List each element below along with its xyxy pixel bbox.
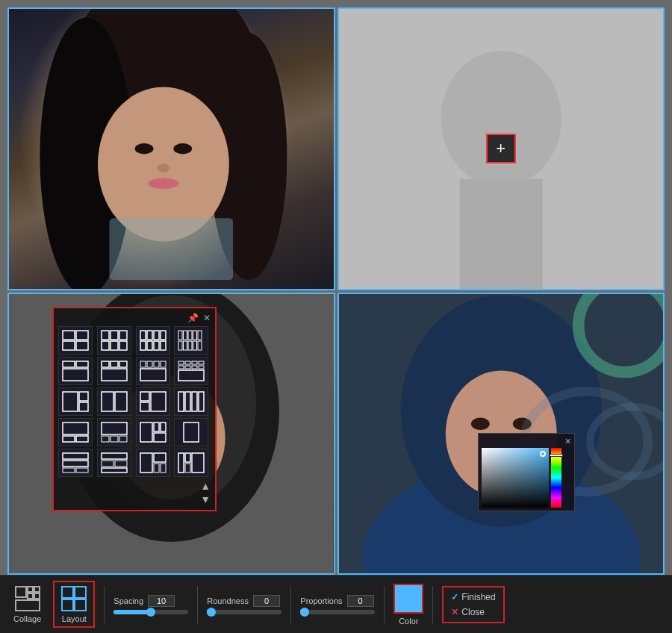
proportions-control: Proportions 0 bbox=[300, 595, 375, 614]
svg-rect-49 bbox=[147, 331, 152, 340]
layout-item-portrait-split[interactable] bbox=[136, 418, 170, 446]
svg-rect-125 bbox=[192, 453, 204, 473]
svg-rect-68 bbox=[63, 369, 88, 381]
layout-item-bot-2rows-a[interactable] bbox=[58, 418, 93, 446]
svg-rect-91 bbox=[115, 392, 127, 411]
layout-item-left-big[interactable] bbox=[58, 387, 93, 416]
gradient-cursor[interactable] bbox=[540, 451, 546, 457]
svg-rect-79 bbox=[185, 361, 190, 364]
svg-rect-126 bbox=[185, 464, 190, 473]
color-gradient-picker[interactable] bbox=[482, 448, 549, 508]
svg-rect-38 bbox=[63, 331, 75, 340]
svg-rect-119 bbox=[140, 453, 152, 473]
svg-rect-127 bbox=[16, 587, 26, 597]
svg-rect-47 bbox=[119, 341, 127, 350]
collage-cell-2[interactable]: + bbox=[337, 7, 665, 290]
svg-rect-40 bbox=[63, 341, 75, 350]
layout-item-tall-single[interactable] bbox=[174, 418, 208, 446]
svg-rect-120 bbox=[154, 453, 166, 462]
svg-point-17 bbox=[441, 51, 561, 187]
pin-icon[interactable]: 📌 bbox=[187, 313, 199, 323]
proportions-slider[interactable] bbox=[300, 610, 375, 614]
svg-rect-114 bbox=[76, 468, 88, 473]
layout-item-4x2[interactable] bbox=[136, 326, 170, 355]
roundness-label: Roundness bbox=[207, 596, 249, 605]
svg-rect-45 bbox=[102, 341, 109, 350]
svg-rect-130 bbox=[28, 593, 33, 599]
svg-point-12 bbox=[173, 143, 192, 154]
layout-item-row5-d[interactable] bbox=[174, 449, 208, 477]
svg-rect-115 bbox=[102, 453, 127, 459]
svg-rect-136 bbox=[75, 599, 86, 611]
color-hue-bar[interactable] bbox=[551, 448, 561, 508]
finished-button[interactable]: ✓ Finished bbox=[451, 592, 495, 602]
svg-rect-73 bbox=[140, 361, 146, 367]
close-label: Close bbox=[461, 607, 485, 617]
toolbar-divider-5 bbox=[432, 586, 433, 623]
svg-rect-101 bbox=[76, 436, 88, 442]
layout-item-dashes[interactable] bbox=[174, 357, 208, 385]
collage-button[interactable]: Collage bbox=[7, 582, 47, 626]
scroll-down-arrow[interactable]: ▼ bbox=[200, 493, 211, 505]
layout-item-thin-cols[interactable] bbox=[174, 387, 208, 416]
svg-rect-55 bbox=[161, 341, 166, 350]
svg-rect-67 bbox=[76, 361, 88, 367]
layout-grid bbox=[58, 326, 211, 477]
action-buttons: ✓ Finished ✕ Close bbox=[442, 586, 504, 623]
svg-rect-74 bbox=[147, 361, 152, 367]
svg-rect-104 bbox=[111, 436, 118, 442]
close-button[interactable]: ✕ Close bbox=[451, 607, 495, 617]
layout-item-top3-bot1[interactable] bbox=[97, 357, 131, 385]
layout-button[interactable]: Layout bbox=[53, 581, 95, 628]
roundness-row: Roundness 0 bbox=[207, 595, 281, 607]
svg-rect-50 bbox=[154, 331, 159, 340]
svg-rect-135 bbox=[62, 599, 73, 611]
layout-item-2col[interactable] bbox=[97, 387, 131, 416]
svg-rect-52 bbox=[140, 341, 146, 350]
svg-rect-85 bbox=[199, 366, 204, 369]
svg-rect-90 bbox=[102, 392, 113, 411]
layout-item-5x2[interactable] bbox=[174, 326, 208, 355]
svg-rect-43 bbox=[111, 331, 118, 340]
roundness-slider[interactable] bbox=[207, 610, 281, 614]
svg-rect-59 bbox=[193, 331, 197, 340]
svg-rect-121 bbox=[154, 464, 159, 473]
svg-rect-54 bbox=[154, 341, 159, 350]
svg-rect-94 bbox=[151, 392, 166, 411]
layout-item-2x2[interactable] bbox=[58, 326, 93, 355]
color-picker-header: ✕ bbox=[482, 437, 571, 446]
spacing-slider[interactable] bbox=[113, 610, 188, 614]
svg-rect-61 bbox=[178, 341, 182, 350]
color-swatch[interactable] bbox=[393, 584, 423, 614]
roundness-value[interactable]: 0 bbox=[253, 595, 280, 607]
layout-item-left-small[interactable] bbox=[136, 387, 170, 416]
checkmark-icon: ✓ bbox=[451, 592, 458, 602]
svg-point-14 bbox=[148, 178, 178, 189]
svg-rect-18 bbox=[459, 179, 542, 289]
color-picker-close[interactable]: ✕ bbox=[564, 437, 571, 446]
svg-rect-86 bbox=[178, 370, 204, 381]
layout-item-row5-b[interactable] bbox=[97, 449, 131, 477]
layout-item-bot-2rows-b[interactable] bbox=[97, 418, 131, 446]
layout-panel-close[interactable]: ✕ bbox=[203, 313, 211, 323]
layout-panel-header: 📌 ✕ bbox=[58, 313, 211, 323]
svg-rect-63 bbox=[188, 341, 192, 350]
collage-cell-1[interactable] bbox=[7, 7, 335, 290]
add-photo-button[interactable]: + bbox=[486, 134, 516, 163]
scroll-up-arrow[interactable]: ▲ bbox=[200, 480, 211, 492]
hue-cursor[interactable] bbox=[550, 454, 563, 457]
add-icon: + bbox=[496, 139, 505, 158]
proportions-value[interactable]: 0 bbox=[347, 595, 374, 607]
collage-icon bbox=[14, 585, 41, 612]
svg-rect-123 bbox=[178, 453, 184, 473]
layout-item-3x2[interactable] bbox=[97, 326, 131, 355]
layout-item-row5-a[interactable] bbox=[58, 449, 93, 477]
svg-rect-93 bbox=[140, 402, 149, 411]
svg-rect-70 bbox=[111, 361, 118, 367]
spacing-value[interactable]: 10 bbox=[148, 595, 175, 607]
layout-item-row5-c[interactable] bbox=[136, 449, 170, 477]
svg-rect-56 bbox=[178, 331, 182, 340]
svg-rect-44 bbox=[119, 331, 127, 340]
layout-item-4top-1bot[interactable] bbox=[136, 357, 170, 385]
layout-item-top2-bot1[interactable] bbox=[58, 357, 93, 385]
